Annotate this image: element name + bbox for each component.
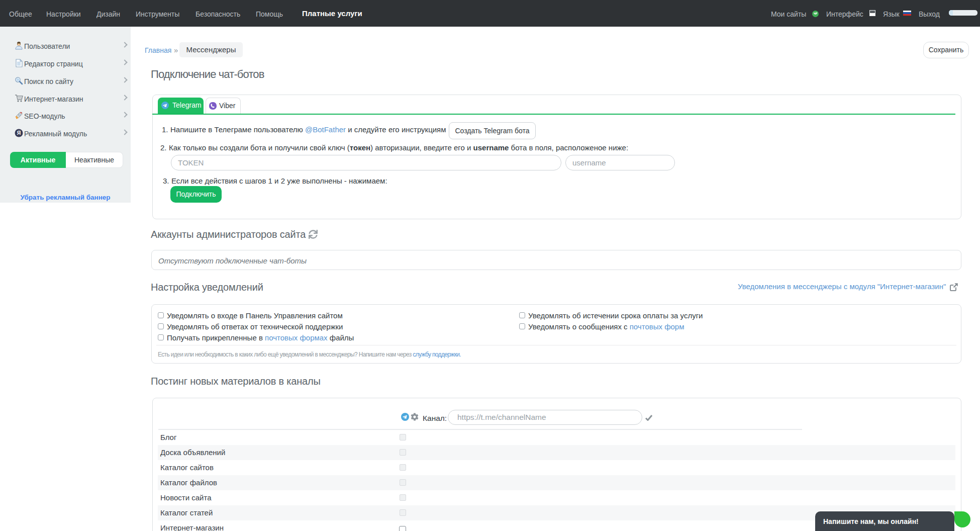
svg-text:Я: Я [17, 130, 21, 136]
